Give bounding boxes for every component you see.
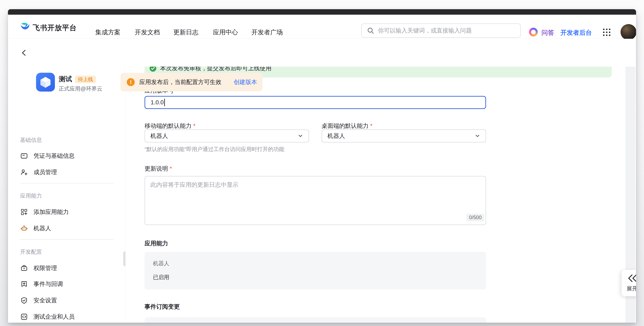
create-version-button[interactable]: 创建版本: [234, 78, 257, 86]
search-input[interactable]: 你可以输入关键词，或直接输入问题: [361, 24, 521, 38]
update-notes-label: 更新说明*: [144, 165, 172, 172]
required-asterisk: *: [170, 165, 172, 172]
nav-item-app-center[interactable]: 应用中心: [213, 28, 238, 36]
update-notes-placeholder: 此内容将于应用的更新日志中显示: [150, 181, 480, 188]
nav-item-docs[interactable]: 开发文档: [135, 28, 160, 36]
text-caret: [164, 99, 165, 106]
desktop-capability-label: 桌面端的默认能力*: [322, 122, 372, 130]
sidebar-section-basic-info: 基础信息: [20, 136, 42, 143]
search-placeholder: 你可以输入关键词，或直接输入问题: [378, 26, 472, 34]
sidebar-item-credentials[interactable]: 凭证与基础信息: [14, 150, 116, 162]
sidebar-item-add-capability[interactable]: 添加应用能力: [14, 206, 116, 218]
sidebar-divider: [20, 239, 114, 240]
sidebar-section-capabilities: 应用能力: [20, 192, 42, 199]
search-icon: [366, 26, 374, 34]
id-card-icon: [20, 152, 28, 160]
sidebar-item-events-callbacks[interactable]: 事件与回调: [14, 278, 116, 290]
sidebar-item-test-company[interactable]: 测试企业和人员: [14, 311, 116, 323]
bookmark-plus-icon: [20, 280, 28, 288]
double-chevron-left-icon: [627, 273, 636, 283]
chevron-down-icon: [474, 133, 480, 139]
code-square-icon: [20, 313, 28, 321]
qa-ring-icon[interactable]: [529, 28, 538, 36]
version-input[interactable]: 1.0.0: [144, 96, 486, 109]
events-section-title: 事件订阅变更: [144, 303, 180, 310]
sidebar-divider: [20, 183, 114, 184]
briefcase-lock-icon: [20, 264, 28, 272]
logo-text: 飞书开放平台: [33, 23, 77, 33]
success-banner-text: 本次发布免审核，提交发布后即可上线使用: [160, 66, 272, 72]
publish-warning-banner: ! 应用发布后，当前配置方可生效 创建版本: [120, 73, 262, 91]
app-icon: [36, 73, 55, 92]
nav-item-changelog[interactable]: 更新日志: [173, 28, 198, 36]
back-icon[interactable]: [20, 49, 28, 56]
robot-icon: [20, 224, 28, 232]
expand-label: 展开: [626, 285, 636, 292]
sidebar-item-members[interactable]: 成员管理: [14, 166, 116, 178]
apps-grid-icon[interactable]: [602, 28, 611, 37]
sidebar-item-bot[interactable]: 机器人: [14, 222, 116, 234]
qa-link[interactable]: 问答: [542, 28, 554, 37]
browser-window: 飞书开放平台 集成方案 开发文档 更新日志 应用中心 开发者广场 你可以输入关键…: [8, 9, 636, 323]
update-notes-textarea[interactable]: 此内容将于应用的更新日志中显示: [144, 176, 486, 225]
sidebar-item-security[interactable]: 安全设置: [14, 294, 116, 306]
feishu-logo-icon: [20, 22, 30, 32]
main-content: 本次发布免审核，提交发布后即可上线使用 应用版本号* 1.0.0 移动端的默认能…: [126, 66, 636, 323]
char-counter: 0/500: [466, 214, 484, 221]
events-summary-box: [144, 317, 486, 323]
app-name: 测试: [59, 75, 72, 83]
grid-plus-icon: [20, 208, 28, 216]
mobile-capability-select[interactable]: 机器人: [144, 130, 309, 142]
capability-summary-box: [144, 252, 486, 290]
expand-panel-button[interactable]: 展开: [622, 270, 636, 296]
app-subtitle: 正式应用@环界云: [59, 85, 102, 92]
user-plus-icon: [20, 168, 28, 176]
default-capability-helper: “默认的应用功能”即用户通过工作台访问应用时打开的功能: [144, 146, 284, 152]
top-navigation: 飞书开放平台 集成方案 开发文档 更新日志 应用中心 开发者广场 你可以输入关键…: [8, 15, 636, 39]
required-asterisk: *: [370, 122, 372, 129]
nav-item-marketplace[interactable]: 开发者广场: [252, 28, 283, 36]
sidebar-section-dev-config: 开发配置: [20, 248, 42, 255]
user-avatar[interactable]: [620, 24, 636, 40]
warning-text: 应用发布后，当前配置方可生效: [139, 78, 222, 86]
desktop-capability-select[interactable]: 机器人: [322, 130, 486, 142]
chevron-down-icon: [297, 133, 304, 139]
app-header: 测试 待上线 正式应用@环界云 ! 应用发布后，当前配置方可生效 创建版本: [8, 39, 636, 66]
mobile-capability-label: 移动端的默认能力*: [144, 122, 196, 130]
capability-status: 已启用: [153, 274, 169, 281]
browser-titlebar: [8, 9, 636, 15]
capability-section-title: 应用能力: [144, 240, 168, 247]
success-check-icon: [149, 66, 157, 72]
status-badge: 待上线: [75, 76, 96, 83]
capability-name: 机器人: [153, 260, 169, 267]
tab-developer-console[interactable]: 开发者后台: [560, 28, 592, 37]
shield-check-icon: [20, 296, 28, 304]
sidebar: 基础信息 凭证与基础信息 成员管理 应用能力: [8, 66, 125, 323]
nav-item-integration[interactable]: 集成方案: [95, 28, 120, 36]
warning-icon: !: [127, 78, 135, 86]
sidebar-item-permissions[interactable]: 权限管理: [14, 262, 116, 274]
required-asterisk: *: [193, 122, 196, 129]
